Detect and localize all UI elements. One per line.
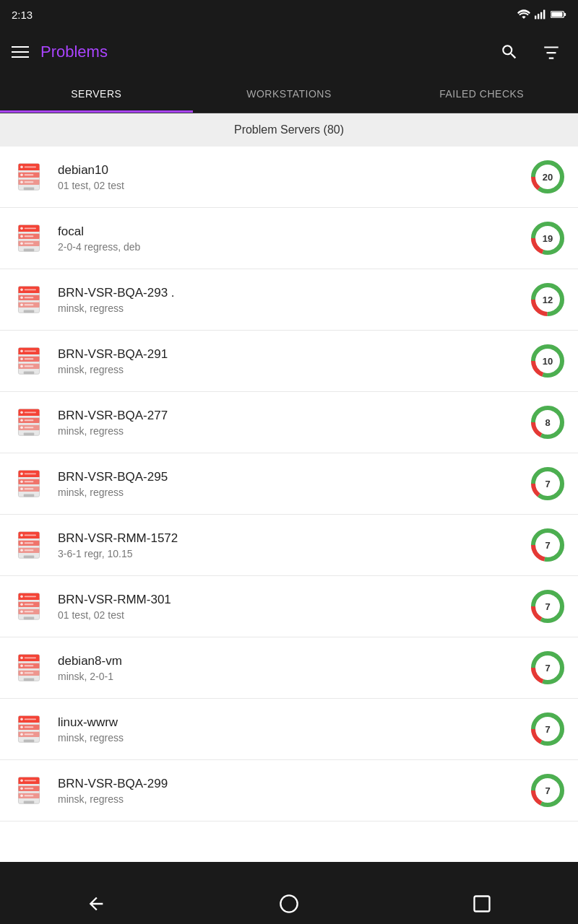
donut-chart: 20 xyxy=(529,158,566,196)
section-header: Problem Servers (80) xyxy=(0,113,578,147)
list-item[interactable]: BRN-VSR-BQA-295 minsk, regress 7 xyxy=(0,453,578,515)
item-name: BRN-VSR-BQA-293 . xyxy=(58,286,529,300)
svg-rect-31 xyxy=(25,235,34,237)
item-name: BRN-VSR-BQA-291 xyxy=(58,347,529,362)
svg-rect-90 xyxy=(25,473,36,474)
filter-button[interactable] xyxy=(536,37,566,67)
donut-chart: 7 xyxy=(529,588,566,625)
signal-icon xyxy=(535,9,546,19)
svg-point-58 xyxy=(20,357,23,360)
item-name: BRN-VSR-RMM-1572 xyxy=(58,531,529,546)
item-content: debian10 01 test, 02 test xyxy=(58,163,529,191)
svg-rect-69 xyxy=(18,414,39,416)
svg-rect-92 xyxy=(25,488,34,489)
svg-point-88 xyxy=(20,480,23,483)
server-icon-wrap xyxy=(12,466,46,501)
svg-rect-46 xyxy=(25,297,34,298)
svg-rect-99 xyxy=(18,537,39,539)
list-item[interactable]: BRN-VSR-BQA-291 minsk, regress 10 xyxy=(0,331,578,392)
server-icon xyxy=(16,469,42,498)
list-item[interactable]: linux-wwrw minsk, regress 7 xyxy=(0,699,578,760)
svg-rect-159 xyxy=(18,783,39,784)
item-content: BRN-VSR-BQA-277 minsk, regress xyxy=(58,409,529,437)
svg-point-27 xyxy=(20,227,23,230)
svg-rect-6 xyxy=(551,12,562,17)
donut-label: 7 xyxy=(545,785,550,796)
svg-point-118 xyxy=(20,603,23,606)
list-item[interactable]: focal 2-0-4 regress, deb 19 xyxy=(0,208,578,269)
svg-point-103 xyxy=(20,541,23,544)
svg-rect-76 xyxy=(25,419,34,421)
search-button[interactable] xyxy=(494,37,525,67)
item-subtitle: 01 test, 02 test xyxy=(58,180,529,191)
donut-label: 19 xyxy=(543,233,553,244)
server-icon xyxy=(16,531,42,559)
server-icon xyxy=(16,776,42,805)
svg-rect-32 xyxy=(25,243,34,244)
svg-point-132 xyxy=(20,657,23,660)
svg-rect-9 xyxy=(18,169,39,170)
tab-servers[interactable]: SERVERS xyxy=(0,75,193,113)
tab-workstations[interactable]: WORKSTATIONS xyxy=(193,75,386,113)
svg-point-44 xyxy=(20,303,23,306)
list-item[interactable]: BRN-VSR-RMM-1572 3-6-1 regr, 10.15 7 xyxy=(0,515,578,576)
svg-point-74 xyxy=(20,426,23,429)
svg-rect-16 xyxy=(25,174,34,175)
svg-rect-39 xyxy=(18,292,39,293)
server-icon xyxy=(16,162,42,191)
list-item[interactable]: BRN-VSR-BQA-299 minsk, regress 7 xyxy=(0,760,578,821)
item-content: BRN-VSR-BQA-291 minsk, regress xyxy=(58,347,529,375)
donut-chart: 7 xyxy=(529,465,566,502)
svg-rect-61 xyxy=(25,358,34,359)
svg-rect-121 xyxy=(25,603,34,605)
back-icon xyxy=(86,894,106,914)
donut-label: 12 xyxy=(543,295,553,305)
item-subtitle: 3-6-1 regr, 10.15 xyxy=(58,548,529,559)
item-content: debian8-vm minsk, 2-0-1 xyxy=(58,654,529,682)
svg-point-12 xyxy=(20,166,23,169)
item-content: focal 2-0-4 regress, deb xyxy=(58,225,529,253)
list-item[interactable]: BRN-VSR-BQA-293 . minsk, regress 12 xyxy=(0,269,578,331)
item-name: BRN-VSR-BQA-299 xyxy=(58,777,529,791)
tab-failed-checks[interactable]: FAILED CHECKS xyxy=(385,75,578,113)
item-name: linux-wwrw xyxy=(58,715,529,730)
item-name: BRN-VSR-BQA-295 xyxy=(58,470,529,484)
svg-rect-137 xyxy=(25,672,34,674)
bottom-nav xyxy=(0,884,578,924)
svg-rect-152 xyxy=(25,733,34,735)
item-content: BRN-VSR-RMM-1572 3-6-1 regr, 10.15 xyxy=(58,531,529,559)
back-button[interactable] xyxy=(80,888,112,920)
filter-icon xyxy=(542,43,561,61)
svg-rect-173 xyxy=(474,897,489,912)
donut-label: 8 xyxy=(545,417,550,428)
list-item[interactable]: BRN-VSR-RMM-301 01 test, 02 test 7 xyxy=(0,576,578,637)
svg-point-147 xyxy=(20,718,23,721)
svg-point-42 xyxy=(20,289,23,292)
svg-point-149 xyxy=(20,733,23,736)
donut-label: 7 xyxy=(545,540,550,551)
menu-icon[interactable] xyxy=(12,46,29,58)
svg-rect-30 xyxy=(25,227,36,229)
wifi-icon xyxy=(517,9,530,19)
svg-rect-15 xyxy=(25,166,36,167)
item-name: BRN-VSR-BQA-277 xyxy=(58,409,529,423)
item-name: focal xyxy=(58,225,529,239)
item-name: BRN-VSR-RMM-301 xyxy=(58,593,529,607)
svg-rect-17 xyxy=(25,181,34,183)
server-icon xyxy=(16,224,42,253)
list-item[interactable]: debian8-vm minsk, 2-0-1 7 xyxy=(0,637,578,699)
list-item[interactable]: debian10 01 test, 02 test 20 xyxy=(0,147,578,208)
svg-rect-168 xyxy=(24,801,35,804)
donut-chart: 19 xyxy=(529,219,566,257)
svg-rect-106 xyxy=(25,542,34,544)
home-button[interactable] xyxy=(273,888,305,920)
server-list: debian10 01 test, 02 test 20 xyxy=(0,147,578,862)
svg-rect-151 xyxy=(25,726,34,728)
recent-button[interactable] xyxy=(466,888,498,920)
tabs: SERVERS WORKSTATIONS FAILED CHECKS xyxy=(0,75,578,113)
item-subtitle: minsk, regress xyxy=(58,425,529,437)
svg-point-164 xyxy=(20,794,23,797)
list-item[interactable]: BRN-VSR-BQA-277 minsk, regress 8 xyxy=(0,392,578,453)
svg-point-73 xyxy=(20,419,23,422)
svg-rect-5 xyxy=(564,13,566,16)
